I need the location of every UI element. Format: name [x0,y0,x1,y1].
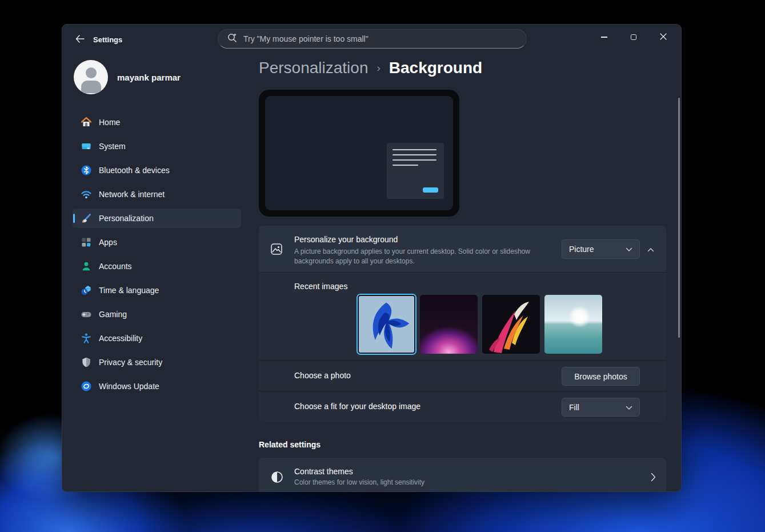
minimize-button[interactable] [592,28,616,46]
sidebar-item-home[interactable]: Home [73,113,241,132]
close-button[interactable] [651,28,675,46]
contrast-themes-card[interactable]: Contrast themes Color themes for low vis… [259,458,666,492]
breadcrumb-parent[interactable]: Personalization [259,59,368,77]
sidebar-item-label: Network & internet [99,190,165,199]
background-preview-monitor [259,90,459,217]
sidebar-item-time-language[interactable]: Time & language [73,281,241,300]
choose-photo-label: Choose a photo [294,371,351,380]
setting-description: A picture background applies to your cur… [294,247,556,266]
sidebar-item-apps[interactable]: Apps [73,233,241,252]
chevron-up-icon [647,244,654,254]
sidebar-nav: Home System Bluetooth & devices Network … [73,113,241,401]
breadcrumb: Personalization › Background [259,59,482,77]
avatar [74,60,108,94]
search-box[interactable] [218,29,527,49]
contrast-themes-title: Contrast themes [294,467,353,476]
search-input[interactable] [243,34,518,43]
sidebar-item-label: Personalization [99,214,154,223]
sidebar-item-label: Windows Update [99,382,159,391]
settings-window: Settings mayank parmar Home [62,24,682,492]
sidebar-item-accounts[interactable]: Accounts [73,257,241,276]
accounts-icon [81,261,92,272]
chevron-right-icon [651,473,656,484]
back-arrow-icon [75,34,85,46]
chevron-down-icon [626,403,632,412]
contrast-circle-icon [270,470,284,486]
breadcrumb-separator-icon: › [377,62,380,74]
app-title: Settings [93,35,122,44]
wallpaper-thumbnail-ribbons[interactable] [482,295,540,354]
sidebar-item-label: Gaming [99,310,127,319]
preview-screen [265,96,453,210]
choose-photo-row: Choose a photo Browse photos [259,361,666,390]
recent-images-row: Recent images [259,272,666,359]
picture-icon [270,242,283,258]
page-title: Background [389,59,482,77]
user-name: mayank parmar [117,73,181,82]
sidebar-item-label: Home [99,118,120,127]
sidebar-item-personalization[interactable]: Personalization [73,209,241,228]
recent-images-list [358,295,602,354]
contrast-themes-description: Color themes for low vision, light sensi… [294,478,424,486]
sidebar-item-system[interactable]: System [73,137,241,156]
privacy-icon [81,357,92,368]
sidebar-item-label: System [99,142,126,151]
back-button[interactable] [70,31,90,49]
background-type-dropdown[interactable]: Picture [562,239,640,259]
wallpaper-thumbnail-bloom[interactable] [358,295,415,354]
browse-photos-button[interactable]: Browse photos [562,367,640,386]
fit-value: Fill [569,403,579,412]
sidebar-item-gaming[interactable]: Gaming [73,305,241,324]
sidebar-item-label: Privacy & security [99,358,162,367]
recent-images-label: Recent images [294,282,347,291]
choose-fit-label: Choose a fit for your desktop image [294,402,420,411]
time-language-icon [81,285,92,296]
bluetooth-icon [81,165,92,176]
system-icon [81,141,92,152]
background-type-value: Picture [569,245,594,254]
chevron-down-icon [626,245,632,254]
wallpaper-thumbnail-beach[interactable] [544,295,602,354]
expander-collapse-button[interactable] [643,242,658,257]
search-sparkle-icon [226,32,238,46]
fit-dropdown[interactable]: Fill [562,398,640,417]
personalization-icon [81,213,92,224]
maximize-button[interactable] [622,28,646,46]
sidebar-item-network[interactable]: Network & internet [73,185,241,204]
home-icon [81,117,92,128]
choose-fit-row: Choose a fit for your desktop image Fill [259,391,666,421]
setting-title: Personalize your background [294,235,398,244]
sidebar-item-label: Apps [99,238,117,247]
sidebar-item-label: Time & language [99,286,159,295]
vertical-scrollbar[interactable] [678,98,680,338]
sidebar-item-label: Accounts [99,262,132,271]
apps-icon [81,237,92,248]
preview-accent-button [423,187,438,193]
sidebar-item-label: Accessibility [99,334,142,343]
sidebar-item-privacy[interactable]: Privacy & security [73,353,241,372]
browse-photos-label: Browse photos [574,372,627,381]
sidebar-item-accessibility[interactable]: Accessibility [73,329,241,348]
network-icon [81,189,92,200]
sidebar-item-bluetooth[interactable]: Bluetooth & devices [73,161,241,180]
user-profile[interactable]: mayank parmar [74,59,245,95]
personalize-background-expander[interactable]: Personalize your background A picture ba… [259,226,666,272]
windows-update-icon [81,381,92,392]
sidebar-item-windows-update[interactable]: Windows Update [73,377,241,396]
related-settings-heading: Related settings [259,440,321,449]
minimize-icon [601,37,607,38]
maximize-icon [631,34,636,40]
accessibility-icon [81,333,92,344]
preview-window-card [387,143,444,199]
gaming-icon [81,309,92,320]
close-icon [660,32,667,42]
wallpaper-thumbnail-purple-glow[interactable] [420,295,478,354]
sidebar-item-label: Bluetooth & devices [99,166,170,175]
